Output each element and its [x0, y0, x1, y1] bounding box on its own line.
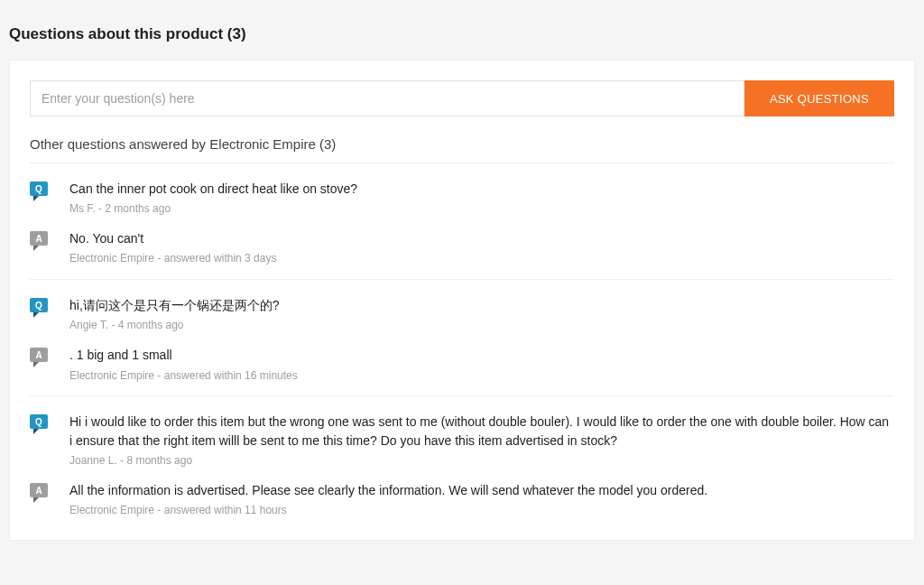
section-title-count: 3 — [232, 25, 240, 42]
answer-meta: Electronic Empire - answered within 3 da… — [69, 251, 894, 266]
answer-author: Electronic Empire — [69, 504, 154, 516]
answer-content: No. You can't Electronic Empire - answer… — [69, 229, 894, 266]
question-author: Ms F. — [69, 202, 96, 215]
svg-text:Q: Q — [35, 301, 42, 311]
question-time: 8 months ago — [126, 454, 192, 467]
qa-item: Q Hi i would like to order this item but… — [30, 396, 894, 530]
answer-text: . 1 big and 1 small — [69, 346, 894, 364]
ask-questions-button[interactable]: ASK QUESTIONS — [744, 80, 894, 116]
answer-icon: A — [30, 483, 48, 503]
svg-text:A: A — [35, 350, 42, 360]
subhead-count: 3 — [324, 136, 331, 152]
svg-marker-13 — [33, 429, 39, 434]
answer-row: A . 1 big and 1 small Electronic Empire … — [30, 346, 894, 383]
answer-icon: A — [30, 231, 48, 251]
svg-marker-10 — [33, 362, 39, 367]
question-row: Q Hi i would like to order this item but… — [30, 413, 894, 468]
answer-icon: A — [30, 348, 48, 367]
answer-author: Electronic Empire — [69, 369, 154, 382]
qa-item: Q hi,请问这个是只有一个锅还是两个的? Angie T. - 4 month… — [30, 280, 894, 396]
answer-row: A No. You can't Electronic Empire - answ… — [30, 229, 894, 266]
answer-time: answered within 16 minutes — [164, 369, 298, 382]
question-meta: Angie T. - 4 months ago — [69, 318, 894, 333]
question-time: 4 months ago — [118, 319, 184, 331]
svg-marker-7 — [33, 312, 39, 318]
qa-panel: ASK QUESTIONS Other questions answered b… — [9, 60, 915, 541]
answer-content: . 1 big and 1 small Electronic Empire - … — [69, 346, 894, 383]
subhead-seller: Electronic Empire — [209, 136, 316, 152]
question-content: Hi i would like to order this item but t… — [69, 413, 894, 468]
question-row: Q Can the inner pot cook on direct heat … — [30, 180, 894, 217]
subhead: Other questions answered by Electronic E… — [30, 136, 894, 163]
svg-marker-1 — [33, 196, 39, 201]
answer-meta: Electronic Empire - answered within 16 m… — [69, 368, 894, 384]
question-meta: Ms F. - 2 months ago — [69, 201, 894, 217]
question-row: Q hi,请问这个是只有一个锅还是两个的? Angie T. - 4 month… — [30, 296, 894, 333]
answer-time: answered within 3 days — [164, 252, 277, 265]
svg-text:Q: Q — [35, 417, 42, 427]
question-author: Angie T. — [69, 319, 108, 331]
question-text: Hi i would like to order this item but t… — [69, 413, 894, 450]
question-text: Can the inner pot cook on direct heat li… — [69, 180, 894, 198]
question-meta: Joanne L. - 8 months ago — [69, 453, 894, 469]
section-title-text: Questions about this product — [9, 25, 223, 42]
answer-author: Electronic Empire — [69, 252, 154, 265]
question-icon: Q — [30, 414, 48, 434]
question-icon: Q — [30, 298, 48, 318]
svg-marker-16 — [33, 497, 39, 503]
section-title: Questions about this product (3) — [9, 9, 915, 60]
question-icon: Q — [30, 181, 48, 201]
qa-item: Q Can the inner pot cook on direct heat … — [30, 163, 894, 280]
question-time: 2 months ago — [105, 202, 171, 215]
answer-content: All the information is advertised. Pleas… — [69, 481, 894, 518]
question-content: hi,请问这个是只有一个锅还是两个的? Angie T. - 4 months … — [69, 296, 894, 333]
subhead-prefix: Other questions answered by — [30, 136, 206, 152]
svg-text:A: A — [35, 486, 42, 496]
svg-text:Q: Q — [35, 184, 42, 194]
question-text: hi,请问这个是只有一个锅还是两个的? — [69, 296, 894, 314]
svg-text:A: A — [35, 234, 42, 244]
question-content: Can the inner pot cook on direct heat li… — [69, 180, 894, 217]
answer-text: No. You can't — [69, 229, 894, 247]
question-author: Joanne L. — [69, 454, 117, 467]
answer-time: answered within 11 hours — [164, 504, 287, 516]
answer-meta: Electronic Empire - answered within 11 h… — [69, 503, 894, 518]
question-input[interactable] — [30, 80, 744, 116]
ask-row: ASK QUESTIONS — [30, 80, 894, 116]
svg-marker-4 — [33, 246, 39, 251]
answer-row: A All the information is advertised. Ple… — [30, 481, 894, 518]
answer-text: All the information is advertised. Pleas… — [69, 481, 894, 499]
